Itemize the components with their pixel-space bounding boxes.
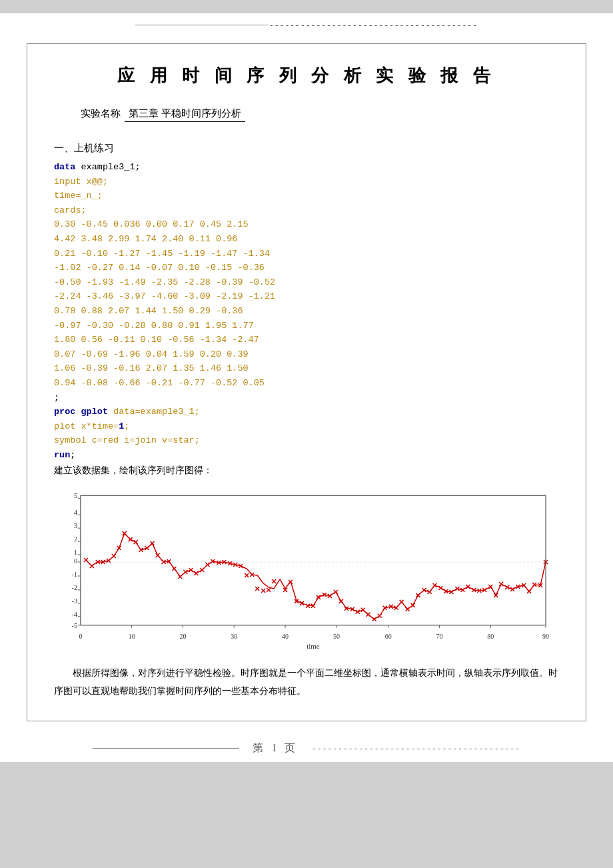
svg-text:-1: -1 xyxy=(72,571,77,578)
data-line-11: 1.06 -0.39 -0.16 2.07 1.35 1.46 1.50 xyxy=(54,361,559,376)
chart-container: 5 4 3 2 1 0 -1 -2 -3 -4 -5 0 10 20 30 40 xyxy=(54,482,559,655)
svg-text:80: 80 xyxy=(487,633,494,640)
experiment-name-value: 第三章 平稳时间序列分析 xyxy=(125,107,245,122)
code-block: data example3_1; input x@@; time=_n_; ca… xyxy=(54,160,559,462)
kw-run: run xyxy=(54,450,70,460)
kw-symbol: symbol c=red i=join v=star; xyxy=(54,435,200,445)
kw-cards: cards; xyxy=(54,205,87,215)
data-line-8: -0.97 -0.30 -0.28 0.80 0.91 1.95 1.77 xyxy=(54,319,559,333)
code-line-1: data example3_1; xyxy=(54,160,559,175)
bottom-line-left xyxy=(93,748,239,749)
proc-line: proc gplot data=example3_1; xyxy=(54,405,559,419)
desc-text: 建立该数据集，绘制该序列时序图得： xyxy=(54,465,559,477)
code-line-4: cards; xyxy=(54,203,559,218)
kw-plot: plot x*time= xyxy=(54,421,119,431)
plot-line: plot x*time=1; xyxy=(54,419,559,434)
data-line-4: -1.02 -0.27 0.14 -0.07 0.10 -0.15 -0.36 xyxy=(54,261,559,275)
conclusion-paragraph: 根据所得图像，对序列进行平稳性检验。时序图就是一个平面二维坐标图，通常横轴表示时… xyxy=(54,665,559,700)
svg-text:time: time xyxy=(306,642,320,650)
page-number: 第 1 页 xyxy=(253,741,298,755)
top-line-left xyxy=(135,25,269,25)
kw-data-ref: data=example3_1; xyxy=(108,407,200,417)
svg-text:20: 20 xyxy=(180,633,187,640)
data-line-10: 0.07 -0.69 -1.96 0.04 1.59 0.20 0.39 xyxy=(54,347,559,362)
data-line-5: -0.50 -1.93 -1.49 -2.35 -2.28 -0.39 -0.5… xyxy=(54,275,559,290)
experiment-name-row: 实验名称 第三章 平稳时间序列分析 xyxy=(54,107,559,122)
chart-svg: 5 4 3 2 1 0 -1 -2 -3 -4 -5 0 10 20 30 40 xyxy=(54,482,559,655)
svg-text:50: 50 xyxy=(333,633,340,640)
run-line: run; xyxy=(54,448,559,463)
svg-text:40: 40 xyxy=(282,633,289,640)
svg-text:-4: -4 xyxy=(72,611,77,618)
code-line-2: input x@@; xyxy=(54,175,559,189)
data-line-2: 4.42 3.48 2.99 1.74 2.40 0.11 0.96 xyxy=(54,232,559,247)
kw-data: data xyxy=(54,162,75,172)
section-header: 一、上机练习 xyxy=(54,142,559,155)
svg-text:5: 5 xyxy=(74,493,77,500)
svg-text:3: 3 xyxy=(74,523,77,530)
content-box: 应 用 时 间 序 列 分 析 实 验 报 告 实验名称 第三章 平稳时间序列分… xyxy=(27,43,586,721)
data-line-1: 0.30 -0.45 0.036 0.00 0.17 0.45 2.15 xyxy=(54,217,559,232)
data-line-6: -2.24 -3.46 -3.97 -4.60 -3.09 -2.19 -1.2… xyxy=(54,289,559,304)
kw-input: input xyxy=(54,177,81,187)
data-line-3: 0.21 -0.10 -1.27 -1.45 -1.19 -1.47 -1.34 xyxy=(54,247,559,261)
bottom-dashes: ---------------------------------------- xyxy=(311,743,520,753)
top-divider: ---------------------------------------- xyxy=(0,13,613,37)
svg-text:-5: -5 xyxy=(72,622,77,629)
symbol-line: symbol c=red i=join v=star; xyxy=(54,433,559,448)
data-line-9: 1.80 0.56 -0.11 0.10 -0.56 -1.34 -2.47 xyxy=(54,333,559,347)
svg-text:-2: -2 xyxy=(72,584,77,591)
svg-text:-3: -3 xyxy=(72,597,77,605)
report-title: 应 用 时 间 序 列 分 析 实 验 报 告 xyxy=(54,64,559,87)
semicolon-line: ; xyxy=(54,391,559,405)
svg-text:30: 30 xyxy=(231,633,237,640)
svg-text:0: 0 xyxy=(74,557,77,565)
svg-text:70: 70 xyxy=(436,633,442,640)
svg-text:60: 60 xyxy=(385,633,392,640)
kw-time: time=_n_; xyxy=(54,191,103,201)
experiment-label: 实验名称 xyxy=(81,107,121,120)
kw-proc: proc gplot xyxy=(54,407,108,417)
data-line-7: 0.78 0.88 2.07 1.44 1.50 0.29 -0.36 xyxy=(54,304,559,319)
top-dashes: ---------------------------------------- xyxy=(269,20,477,30)
data-line-12: 0.94 -0.08 -0.66 -0.21 -0.77 -0.52 0.05 xyxy=(54,376,559,391)
page-wrapper: ----------------------------------------… xyxy=(0,13,613,762)
svg-text:1: 1 xyxy=(74,549,77,557)
svg-text:4: 4 xyxy=(74,509,77,517)
svg-text:90: 90 xyxy=(542,633,549,640)
bottom-divider: 第 1 页 ----------------------------------… xyxy=(0,735,613,762)
svg-text:10: 10 xyxy=(129,633,135,640)
svg-text:0: 0 xyxy=(79,633,82,640)
svg-text:2: 2 xyxy=(74,536,77,543)
code-line-3: time=_n_; xyxy=(54,189,559,203)
